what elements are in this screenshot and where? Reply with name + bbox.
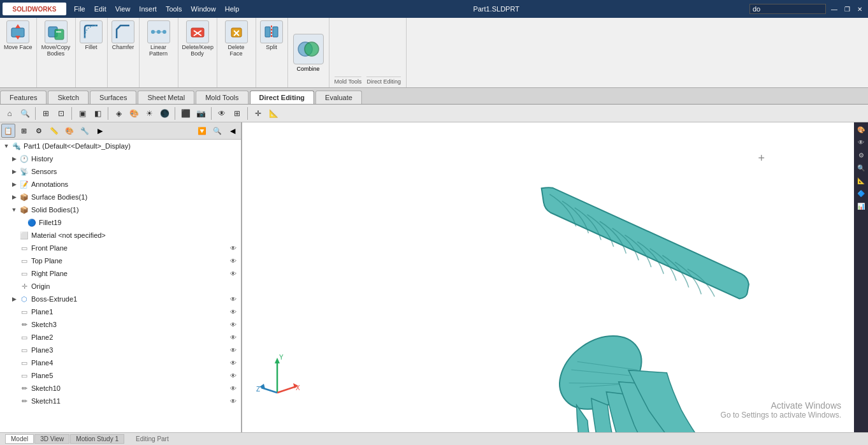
minimize-button[interactable]: — xyxy=(828,4,840,14)
tab-features[interactable]: Features xyxy=(0,91,47,104)
maximize-button[interactable]: ❐ xyxy=(841,4,853,14)
tab-mold-tools[interactable]: Mold Tools xyxy=(196,91,248,104)
tree-item-sketch3[interactable]: ✏ Sketch3 👁 xyxy=(0,318,241,331)
split-icon[interactable] xyxy=(260,20,283,43)
menu-tools[interactable]: Tools xyxy=(162,4,186,14)
tree-root[interactable]: ▼ 🔩 Part1 (Default<<Default>_Display) xyxy=(0,140,241,152)
tree-annotations-expander[interactable]: ▶ xyxy=(10,180,18,188)
tool-linear-pattern[interactable]: Linear Pattern xyxy=(140,18,178,87)
tree-sketch3-hide-btn[interactable]: 👁 xyxy=(228,319,238,330)
tool-move-face[interactable]: Move Face xyxy=(0,18,37,87)
statusbar-tab-3dview[interactable]: 3D View xyxy=(34,434,69,444)
tree-surface-expander[interactable]: ▶ xyxy=(10,193,18,201)
tree-item-annotations[interactable]: ▶ 📝 Annotations xyxy=(0,178,241,191)
toolbar-realview[interactable]: ☀ xyxy=(142,106,156,120)
tab-evaluate[interactable]: Evaluate xyxy=(315,91,362,104)
tree-item-sensors[interactable]: ▶ 📡 Sensors xyxy=(0,165,241,178)
tree-item-origin[interactable]: ✛ Origin xyxy=(0,280,241,293)
tree-plane1-hide-btn[interactable]: 👁 xyxy=(228,307,238,317)
toolbar-shadows[interactable]: 🌑 xyxy=(157,106,171,120)
statusbar-tab-motion[interactable]: Motion Study 1 xyxy=(70,434,124,444)
viewport[interactable]: Y X Z + Activate Windows Go to Settings … xyxy=(242,122,854,432)
tab-surfaces[interactable]: Surfaces xyxy=(90,91,136,104)
menu-window[interactable]: Window xyxy=(187,4,220,14)
toolbar-triad[interactable]: ✛ xyxy=(251,106,265,120)
sidebar-collapse-btn[interactable]: ◀ xyxy=(226,124,240,138)
toolbar-zoom-fit[interactable]: ⊡ xyxy=(54,106,68,120)
tree-item-fillet19[interactable]: 🔵 Fillet19 xyxy=(0,216,241,229)
tree-solid-expander[interactable]: ▼ xyxy=(10,206,18,214)
sidebar-search-btn[interactable]: 🔍 xyxy=(210,124,224,138)
sidebar-cam-manager-btn[interactable]: 🔧 xyxy=(78,124,92,138)
right-panel-btn-3[interactable]: ⚙ xyxy=(855,149,867,161)
tree-plane4-hide-btn[interactable]: 👁 xyxy=(228,358,238,368)
tool-fillet[interactable]: Fillet xyxy=(76,18,108,87)
fillet-icon[interactable] xyxy=(80,20,103,43)
tree-item-plane3[interactable]: ▭ Plane3 👁 xyxy=(0,344,241,356)
tree-item-plane2[interactable]: ▭ Plane2 👁 xyxy=(0,331,241,344)
tree-item-top-plane[interactable]: ▭ Top Plane 👁 xyxy=(0,254,241,267)
tool-combine[interactable]: Combine xyxy=(288,18,329,87)
sidebar-config-manager-btn[interactable]: ⚙ xyxy=(32,124,46,138)
combine-icon[interactable] xyxy=(293,34,324,64)
toolbar-section-view[interactable]: ⬛ xyxy=(178,106,192,120)
tree-sketch10-hide-btn[interactable]: 👁 xyxy=(228,383,238,393)
tree-item-right-plane[interactable]: ▭ Right Plane 👁 xyxy=(0,267,241,280)
toolbar-camera[interactable]: 📷 xyxy=(194,106,208,120)
toolbar-view-cube[interactable]: ▣ xyxy=(75,106,89,120)
tree-sensors-expander[interactable]: ▶ xyxy=(10,168,18,175)
menu-insert[interactable]: Insert xyxy=(135,4,161,14)
tree-plane2-hide-btn[interactable]: 👁 xyxy=(228,332,238,342)
toolbar-3d-sketch[interactable]: 📐 xyxy=(266,106,280,120)
tree-item-surface-bodies[interactable]: ▶ 📦 Surface Bodies(1) xyxy=(0,191,241,203)
chamfer-icon[interactable] xyxy=(112,20,134,43)
sidebar-display-manager-btn[interactable]: 🎨 xyxy=(62,124,76,138)
tree-sketch11-hide-btn[interactable]: 👁 xyxy=(228,396,238,406)
tool-chamfer[interactable]: Chamfer xyxy=(108,18,140,87)
tree-item-boss-extrude1[interactable]: ▶ ⬡ Boss-Extrude1 👁 xyxy=(0,293,241,305)
right-panel-btn-2[interactable]: 👁 xyxy=(855,136,867,148)
toolbar-home-btn[interactable]: ⌂ xyxy=(3,106,17,120)
right-panel-btn-6[interactable]: 🔷 xyxy=(855,187,867,199)
toolbar-grid[interactable]: ⊞ xyxy=(230,106,244,120)
statusbar-tab-model[interactable]: Model xyxy=(5,434,34,444)
toolbar-perspective[interactable]: ◧ xyxy=(90,106,105,120)
tree-top-hide-btn[interactable]: 👁 xyxy=(228,256,238,266)
sidebar-filter-btn[interactable]: 🔽 xyxy=(195,124,209,138)
right-panel-btn-4[interactable]: 🔍 xyxy=(855,162,867,173)
tab-sketch[interactable]: Sketch xyxy=(48,91,89,104)
sidebar-extra-btn[interactable]: ▶ xyxy=(93,124,107,138)
tree-item-plane5[interactable]: ▭ Plane5 👁 xyxy=(0,369,241,382)
right-panel-btn-5[interactable]: 📐 xyxy=(855,175,867,186)
right-panel-btn-7[interactable]: 📊 xyxy=(855,200,867,212)
tree-item-solid-bodies[interactable]: ▼ 📦 Solid Bodies(1) xyxy=(0,203,241,216)
tree-item-sketch11[interactable]: ✏ Sketch11 👁 xyxy=(0,395,241,407)
tab-sheet-metal[interactable]: Sheet Metal xyxy=(138,91,194,104)
menu-file[interactable]: File xyxy=(70,4,89,14)
tree-item-sketch10[interactable]: ✏ Sketch10 👁 xyxy=(0,382,241,395)
tree-root-expander[interactable]: ▼ xyxy=(3,142,10,150)
sidebar-feature-tree-btn[interactable]: 📋 xyxy=(1,124,15,138)
tree-item-history[interactable]: ▶ 🕐 History xyxy=(0,152,241,165)
toolbar-view-orientation[interactable]: ⊞ xyxy=(39,106,53,120)
close-button[interactable]: ✕ xyxy=(854,4,865,14)
tab-direct-editing[interactable]: Direct Editing xyxy=(250,91,315,104)
toolbar-zoom-btn[interactable]: 🔍 xyxy=(18,106,32,120)
tree-boss-hide-btn[interactable]: 👁 xyxy=(228,294,238,304)
toolbar-hide-show[interactable]: 👁 xyxy=(215,106,229,120)
tree-item-material[interactable]: ⬜ Material <not specified> xyxy=(0,229,241,242)
menu-edit[interactable]: Edit xyxy=(90,4,110,14)
delete-face-icon[interactable] xyxy=(225,20,248,43)
menu-help[interactable]: Help xyxy=(221,4,243,14)
tree-history-expander[interactable]: ▶ xyxy=(10,155,18,163)
tool-split[interactable]: Split xyxy=(256,18,288,87)
tree-plane3-hide-btn[interactable]: 👁 xyxy=(228,345,238,355)
menu-view[interactable]: View xyxy=(112,4,134,14)
tree-item-plane4[interactable]: ▭ Plane4 👁 xyxy=(0,356,241,369)
delete-keep-body-icon[interactable] xyxy=(186,20,209,43)
search-input[interactable] xyxy=(749,4,826,14)
tree-item-plane1[interactable]: ▭ Plane1 👁 xyxy=(0,305,241,318)
tree-plane5-hide-btn[interactable]: 👁 xyxy=(228,370,238,381)
tree-item-front-plane[interactable]: ▭ Front Plane 👁 xyxy=(0,242,241,254)
sidebar-dim-xpert-btn[interactable]: 📏 xyxy=(47,124,61,138)
